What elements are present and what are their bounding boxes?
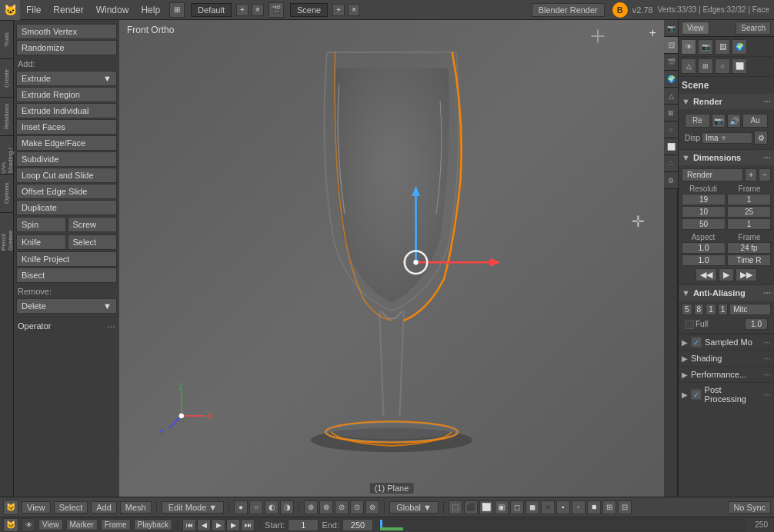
right-tab-particles[interactable]: ∴	[664, 155, 678, 172]
performance-header[interactable]: ▶ Performance... ···	[679, 367, 774, 382]
tool-icon-5[interactable]: ⊚	[365, 500, 379, 514]
tool-icon-2[interactable]: ⊗	[319, 500, 333, 514]
timeline-marker-btn[interactable]: Marker	[66, 519, 98, 530]
view-icon[interactable]: 👁	[22, 518, 35, 532]
extrude-region-btn[interactable]: Extrude Region	[16, 87, 117, 102]
full-val-btn[interactable]: 1.0	[745, 318, 768, 330]
tl-prev-frame[interactable]: ◀	[197, 519, 211, 531]
search-tab[interactable]: Search	[736, 22, 771, 35]
aspect-y-val[interactable]: 1.0	[682, 254, 726, 266]
global-select[interactable]: Global ▼	[389, 501, 439, 514]
right-tab-object[interactable]: △	[664, 88, 678, 105]
nav-icon-render[interactable]: 🖼	[715, 39, 730, 55]
duplicate-btn[interactable]: Duplicate	[16, 200, 117, 215]
right-tab-world[interactable]: 🌍	[664, 71, 678, 88]
nav-icon-texture[interactable]: ⬜	[732, 58, 747, 74]
timeline-blender-icon[interactable]: 🐱	[3, 518, 18, 532]
timeline-track[interactable]	[379, 519, 746, 531]
scene-icon[interactable]: 🎬	[269, 2, 284, 18]
subdivide-btn[interactable]: Subdivide	[16, 151, 117, 167]
spin-btn[interactable]: Spin	[16, 217, 66, 232]
post-processing-check[interactable]: ✓	[691, 389, 702, 400]
disp-select[interactable]: Ima ▼	[702, 132, 752, 144]
bottom-blender-icon[interactable]: 🐱	[3, 500, 18, 515]
right-tab-scene[interactable]: 🎬	[664, 54, 678, 71]
screw-btn[interactable]: Screw	[68, 217, 118, 232]
aa-val-1b[interactable]: 1	[718, 304, 729, 315]
icon-a[interactable]: ⬚	[449, 500, 462, 514]
shading-material-icon[interactable]: ◐	[265, 500, 279, 514]
dimensions-section-header[interactable]: ▼ Dimensions ···	[679, 150, 774, 165]
aa-mitc-btn[interactable]: Mitc	[729, 304, 771, 315]
knife-btn[interactable]: Knife	[16, 234, 66, 250]
tool-icon-4[interactable]: ⊙	[350, 500, 364, 514]
aspect-x-val[interactable]: 1.0	[682, 242, 726, 254]
render-au-btn[interactable]: Au	[742, 114, 768, 128]
start-val[interactable]: 1	[288, 519, 319, 531]
extrude-dropdown[interactable]: Extrude ▼	[16, 71, 117, 86]
delete-dropdown[interactable]: Delete ▼	[16, 298, 117, 314]
right-tab-render[interactable]: 🖼	[664, 37, 678, 54]
offset-edge-slide-btn[interactable]: Offset Edge Slide	[16, 184, 117, 199]
bottom-select-btn[interactable]: Select	[54, 501, 88, 514]
play-next-btn[interactable]: ▶▶	[736, 268, 757, 281]
render-camera-icon[interactable]: 📷	[712, 114, 726, 128]
play-prev-btn[interactable]: ◀◀	[696, 268, 717, 281]
bisect-btn[interactable]: Bisect	[16, 268, 117, 283]
frame-z-val[interactable]: 1	[727, 218, 771, 230]
viewport-plus-btn[interactable]: +	[649, 26, 656, 40]
render-plus-btn[interactable]: +	[745, 168, 757, 181]
engine-selector[interactable]: Blender Render	[532, 3, 605, 17]
tl-jump-start[interactable]: ⏮	[182, 519, 196, 531]
workspace-selector[interactable]: Default	[191, 3, 232, 17]
menu-window[interactable]: Window	[90, 0, 135, 19]
time-r-val[interactable]: Time R	[727, 254, 771, 266]
sampled-header[interactable]: ▶ ✓ Sampled Mo ···	[679, 334, 774, 350]
nav-icon-camera[interactable]: 📷	[698, 39, 713, 55]
right-tab-texture[interactable]: ⬜	[664, 138, 678, 155]
sampled-check[interactable]: ✓	[691, 337, 702, 347]
icon-b[interactable]: ⬛	[464, 500, 478, 514]
frame-y-val[interactable]: 25	[727, 206, 771, 218]
viewport[interactable]: Front Ortho +	[119, 20, 664, 497]
res-x-val[interactable]: 19	[682, 194, 726, 205]
right-tab-mesh[interactable]: ⊞	[664, 105, 678, 121]
aa-val-8[interactable]: 8	[694, 304, 705, 315]
nav-icon-object[interactable]: △	[681, 58, 696, 74]
icon-c[interactable]: ⬜	[479, 500, 493, 514]
aa-val-5[interactable]: 5	[682, 304, 692, 315]
make-edge-face-btn[interactable]: Make Edge/Face	[16, 135, 117, 151]
icon-i[interactable]: ▫	[572, 500, 586, 514]
tab-shading-uvs[interactable]: Shading / UVs	[0, 135, 13, 174]
loop-cut-slide-btn[interactable]: Loop Cut and Slide	[16, 168, 117, 183]
scene-close[interactable]: ×	[348, 4, 360, 16]
bottom-mesh-btn[interactable]: Mesh	[120, 501, 152, 514]
bottom-view-btn[interactable]: View	[22, 501, 51, 514]
icon-d[interactable]: ▣	[495, 500, 509, 514]
full-checkbox[interactable]	[685, 320, 694, 329]
play-btn[interactable]: ▶	[719, 268, 734, 281]
post-processing-header[interactable]: ▶ ✓ Post Processing ···	[679, 383, 774, 406]
tool-icon-3[interactable]: ⊘	[335, 500, 349, 514]
tab-relations[interactable]: Relations	[0, 97, 13, 135]
nav-icon-world[interactable]: 🌍	[732, 39, 747, 55]
end-val[interactable]: 250	[342, 519, 373, 531]
icon-k[interactable]: ⊞	[602, 500, 616, 514]
timeline-frame-btn[interactable]: Frame	[101, 519, 131, 530]
menu-file[interactable]: File	[20, 0, 47, 19]
shading-solid-icon[interactable]: ●	[234, 500, 248, 514]
select-btn[interactable]: Select	[68, 234, 118, 250]
layout-icon[interactable]: ⊞	[169, 2, 185, 18]
nav-icon-material[interactable]: ○	[715, 58, 730, 74]
right-tab-camera[interactable]: 📷	[664, 20, 678, 37]
shading-render-icon[interactable]: ◑	[280, 500, 294, 514]
bottom-add-btn[interactable]: Add	[91, 501, 117, 514]
knife-project-btn[interactable]: Knife Project	[16, 251, 117, 267]
no-sync-btn[interactable]: No Sync	[728, 501, 771, 514]
render-section-header[interactable]: ▼ Render ···	[679, 94, 774, 109]
menu-render[interactable]: Render	[47, 0, 89, 19]
workspace-close[interactable]: ×	[252, 4, 264, 16]
tl-next-frame[interactable]: ▶	[226, 519, 240, 531]
scene-add[interactable]: +	[332, 4, 345, 16]
nav-icon-view[interactable]: 👁	[681, 39, 696, 55]
